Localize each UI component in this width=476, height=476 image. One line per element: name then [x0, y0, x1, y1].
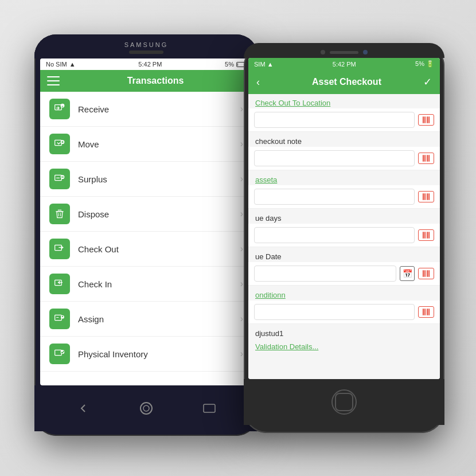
receive-icon: + [54, 103, 65, 115]
samsung-wifi-icon: ▲ [69, 61, 76, 68]
receive-label: Receive [78, 104, 240, 114]
checkout-location-text[interactable]: Check Out To Location [255, 99, 330, 107]
back-button[interactable] [73, 398, 93, 419]
iphone-home-button[interactable] [331, 389, 357, 415]
tally-line [427, 116, 428, 123]
assign-icon [54, 313, 65, 325]
svg-rect-24 [143, 405, 149, 411]
checkout-icon-wrap [49, 239, 70, 259]
tally-line [428, 116, 430, 123]
checkin-icon-wrap [49, 274, 70, 294]
hamburger-menu-icon[interactable] [47, 76, 60, 85]
iphone-speaker [330, 51, 358, 54]
iphone-camera [321, 50, 325, 54]
checkout-note-label: checkout note [248, 132, 440, 147]
tally-line [428, 309, 430, 315]
move-label: Move [78, 139, 240, 149]
iphone-status-right: 5% 🔋 [415, 60, 434, 68]
surplus-icon-wrap [49, 169, 70, 189]
condition-input[interactable] [254, 304, 415, 320]
menu-item-physical[interactable]: Physical Inventory › [40, 337, 252, 372]
transactions-title: Transactions [65, 76, 245, 86]
svg-point-19 [62, 316, 63, 317]
tally-line [423, 232, 424, 239]
iphone-status-bar: SIM ▲ 5:42 PM 5% 🔋 [248, 58, 440, 70]
recent-apps-icon [203, 402, 216, 415]
validation-details-link[interactable]: Validation Details... [248, 339, 440, 354]
tally-line [424, 232, 426, 239]
due-days-input[interactable] [254, 227, 415, 243]
checkin-label: Check In [78, 279, 240, 289]
samsung-screen: No SIM ▲ 5:42 PM 5% Transacti [40, 58, 252, 385]
assign-chevron: › [240, 314, 243, 324]
condition-label: onditionn [248, 286, 440, 301]
menu-item-surplus[interactable]: Surplus › [40, 162, 252, 197]
tally-line [427, 270, 428, 277]
tally-line [424, 193, 426, 200]
tally-line [424, 116, 426, 123]
svg-rect-23 [141, 403, 152, 414]
iphone-home-inner [335, 393, 353, 411]
checkout-note-input[interactable] [254, 150, 415, 166]
asset-checkout-title: Asset Checkout [270, 77, 423, 87]
dispose-label: Dispose [78, 209, 240, 219]
battery-fill [237, 63, 238, 66]
due-date-row: 📅 [248, 262, 440, 286]
dispose-chevron: › [240, 209, 243, 219]
tally-line [424, 155, 426, 162]
due-date-input[interactable] [254, 266, 396, 282]
menu-item-checkin[interactable]: Check In › [40, 267, 252, 302]
svg-rect-25 [204, 404, 215, 412]
menu-item-move[interactable]: Move › [40, 127, 252, 162]
svg-rect-4 [55, 140, 62, 145]
asseta-text[interactable]: asseta [255, 175, 277, 184]
due-days-label: ue days [248, 209, 440, 224]
hamburger-line-3 [47, 84, 60, 85]
recent-apps-button[interactable] [199, 398, 220, 419]
condition-tally [418, 306, 434, 318]
tally-line [423, 155, 424, 162]
iphone-phone: SIM ▲ 5:42 PM 5% 🔋 ‹ Asset Checkout ✓ [244, 43, 444, 433]
menu-item-assign[interactable]: Assign › [40, 302, 252, 337]
samsung-battery-text: 5% [225, 61, 234, 68]
menu-item-receive[interactable]: + Receive › [40, 92, 252, 127]
iphone-status-left: SIM ▲ [254, 61, 274, 68]
tally-lines-1 [423, 116, 430, 123]
condition-text[interactable]: onditionn [255, 291, 286, 299]
back-arrow-icon[interactable]: ‹ [256, 76, 270, 88]
tally-lines-2 [423, 155, 430, 162]
due-days-row [248, 224, 440, 247]
tally-line [427, 193, 428, 200]
tally-line [428, 193, 430, 200]
menu-item-checkout[interactable]: Check Out › [40, 232, 252, 267]
tally-line [428, 232, 430, 239]
transactions-header: Transactions [40, 70, 252, 92]
calendar-icon[interactable]: 📅 [400, 266, 415, 281]
home-button[interactable] [136, 398, 157, 419]
iphone-sensor [363, 50, 368, 54]
samsung-status-bar: No SIM ▲ 5:42 PM 5% [40, 58, 252, 70]
iphone-screen: SIM ▲ 5:42 PM 5% 🔋 ‹ Asset Checkout ✓ [248, 58, 440, 379]
checkout-location-input[interactable] [254, 112, 415, 128]
menu-item-dispose[interactable]: Dispose › [40, 197, 252, 232]
asseta-input[interactable] [254, 189, 415, 205]
dispose-icon [54, 208, 65, 220]
physical-icon [54, 348, 65, 360]
menu-list: + Receive › [40, 92, 252, 372]
checkout-chevron: › [240, 244, 243, 254]
physical-chevron: › [240, 349, 243, 359]
iphone-header: ‹ Asset Checkout ✓ [248, 70, 440, 94]
samsung-carrier: No SIM [46, 61, 67, 68]
tally-line [424, 309, 426, 315]
tally-lines-5 [423, 270, 430, 277]
tally-line [423, 116, 424, 123]
surplus-chevron: › [240, 174, 243, 184]
asseta-label: asseta [248, 171, 440, 185]
tally-line [423, 193, 424, 200]
receive-icon-wrap: + [49, 99, 70, 119]
adjustd1-label: djustud1 [248, 325, 440, 339]
surplus-label: Surplus [78, 174, 240, 184]
tally-line [423, 309, 424, 315]
confirm-check-icon[interactable]: ✓ [423, 76, 432, 88]
checkin-icon [54, 278, 65, 290]
